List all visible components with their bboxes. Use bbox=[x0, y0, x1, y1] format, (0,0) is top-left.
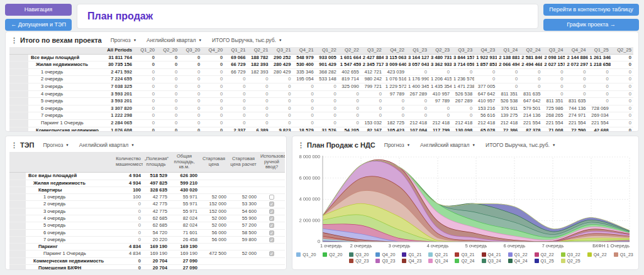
cell-value: 71 601 bbox=[169, 229, 199, 236]
project-chart-button[interactable]: График проекта → bbox=[543, 19, 639, 31]
legend-item[interactable]: Q2_22 bbox=[535, 252, 554, 257]
cell-value: 0 bbox=[270, 98, 292, 105]
legend-item[interactable]: Q1_23 bbox=[614, 252, 633, 257]
cell-value: 182 393 bbox=[247, 62, 270, 69]
legend-item[interactable]: Q2_20 bbox=[323, 252, 342, 257]
legend-item[interactable]: Q4_24 bbox=[508, 259, 528, 263]
legend-item[interactable]: Q3_23 bbox=[375, 259, 395, 263]
milestones-panel-header: ⋮ Итого по вехам проекта Прогноз▼Английс… bbox=[9, 35, 633, 46]
cell-value: 42 775 bbox=[143, 208, 169, 215]
assumptions-tep-button[interactable]: ← Допущения и ТЭП bbox=[5, 19, 72, 31]
drag-handle-icon[interactable]: ⋮ bbox=[9, 36, 20, 45]
legend-item[interactable]: Q3_24 bbox=[482, 259, 501, 263]
legend-item[interactable]: Q1_24 bbox=[428, 259, 448, 263]
cell-value: 267 289 bbox=[406, 90, 429, 98]
legend-swatch-icon bbox=[587, 252, 592, 257]
sales-area-chart[interactable] bbox=[296, 152, 633, 250]
legend-item[interactable]: Q1_25 bbox=[535, 259, 554, 263]
cell-value: 0 bbox=[202, 68, 225, 76]
navigation-button[interactable]: Навигация bbox=[5, 4, 72, 16]
legend-item[interactable]: Q3_20 bbox=[349, 252, 369, 257]
legend-item[interactable]: Q4_23 bbox=[402, 259, 421, 263]
cell-value: 1 435 354 bbox=[429, 83, 452, 90]
cell-value: 0 bbox=[519, 68, 542, 76]
filter-dropdown[interactable]: Прогноз▼ bbox=[43, 142, 69, 148]
drag-handle-icon[interactable]: ⋮ bbox=[296, 141, 307, 149]
manual-input-checkbox[interactable]: ✓ bbox=[269, 237, 274, 242]
legend-item[interactable]: Q2_25 bbox=[561, 259, 580, 263]
filter-dropdown[interactable]: Прогноз▼ bbox=[384, 142, 410, 148]
tep-panel: ⋮ ТЭП Прогноз▼Английский квартал▼ Количе… bbox=[5, 136, 287, 270]
cell-value: 377 005 bbox=[474, 83, 497, 90]
cell-value: 0 bbox=[519, 83, 542, 90]
cell-value: 410 957 bbox=[474, 98, 497, 105]
cell-value: 0 bbox=[565, 83, 587, 90]
row-label: 7 очередь bbox=[26, 236, 114, 243]
cell-value: 0 bbox=[474, 76, 497, 84]
cell-value: 0 bbox=[247, 83, 270, 90]
manual-input-checkbox[interactable]: ✓ bbox=[269, 209, 274, 214]
table-row: Все виды площадей31 811 764000069 066188… bbox=[9, 54, 633, 62]
chevron-down-icon: ▼ bbox=[407, 143, 410, 147]
legend-swatch-icon bbox=[482, 259, 486, 263]
cell-value: 0 bbox=[157, 127, 179, 132]
filter-dropdown[interactable]: Английский квартал▼ bbox=[147, 37, 202, 43]
context-table-button[interactable]: Перейти в контекстную таблицу bbox=[543, 4, 639, 16]
cell-value: 1 547 459 bbox=[338, 62, 361, 69]
cell-value: 65 078 bbox=[474, 127, 497, 132]
filter-dropdown[interactable]: ИТОГО Выручка, тыс.руб.▼ bbox=[486, 142, 555, 148]
cell-value: 0 bbox=[134, 127, 157, 132]
filter-dropdown[interactable]: Прогноз▼ bbox=[111, 37, 136, 43]
legend-item[interactable]: Q2_21 bbox=[428, 252, 448, 257]
row-label: 4 очередь bbox=[28, 90, 99, 98]
cell-value: 497 825 bbox=[143, 180, 169, 186]
cell-value: 0 bbox=[179, 54, 202, 62]
cell-value: 0 bbox=[270, 90, 292, 98]
legend-item[interactable]: Q2_23 bbox=[349, 259, 369, 263]
cell-value: 212 418 bbox=[406, 119, 429, 127]
manual-input-checkbox[interactable] bbox=[269, 195, 274, 200]
cell-value: 0 bbox=[293, 119, 316, 127]
row-label: 5 очередь bbox=[26, 222, 114, 229]
filter-dropdown[interactable]: ИТОГО Выручка, тыс.руб.▼ bbox=[212, 37, 282, 43]
left-button-group: Навигация ← Допущения и ТЭП bbox=[5, 4, 72, 29]
cell-value: 0 bbox=[565, 68, 587, 76]
manual-input-checkbox[interactable]: ✓ bbox=[269, 251, 274, 256]
cell-value: 0 bbox=[134, 62, 157, 69]
manual-input-checkbox[interactable]: ✓ bbox=[269, 216, 274, 221]
legend-item[interactable]: Q3_22 bbox=[561, 252, 580, 257]
cell-value: 1 222 298 bbox=[99, 112, 134, 120]
legend-item[interactable]: Q1_20 bbox=[296, 252, 316, 257]
legend-item[interactable]: Q3_21 bbox=[455, 252, 474, 257]
cell-value: 188 782 bbox=[247, 54, 270, 62]
cell-value: 423 039 bbox=[384, 68, 406, 76]
table-row: 5 очередь062 68582 02452 00057 200✓ bbox=[9, 222, 285, 229]
manual-input-checkbox[interactable]: ✓ bbox=[269, 230, 274, 235]
cell-value: 579 501 bbox=[519, 105, 542, 112]
legend-item[interactable]: Q1_21 bbox=[402, 252, 421, 257]
cell-value: 0 bbox=[542, 83, 565, 90]
legend-item[interactable]: Q1_22 bbox=[508, 252, 528, 257]
legend-item[interactable]: Q4_22 bbox=[587, 252, 607, 257]
cell-value: 182 725 bbox=[384, 119, 406, 127]
column-header: „Полезная‟ площадь bbox=[143, 152, 169, 173]
table-row: 4 очередь062 68582 02452 00055 900✓ bbox=[9, 215, 285, 222]
column-header: All Periods bbox=[99, 47, 134, 54]
cell-value: 1 236 576 bbox=[452, 76, 474, 84]
drag-handle-icon[interactable]: ⋮ bbox=[9, 141, 20, 149]
cell-value: 26 458 bbox=[169, 236, 199, 243]
cell-value: 376 911 bbox=[497, 105, 519, 112]
column-header: Q3_22 bbox=[361, 47, 384, 54]
cell-value: 0 bbox=[384, 112, 406, 120]
cell-value: 0 bbox=[293, 112, 316, 120]
cell-value: 105 423 bbox=[384, 127, 406, 132]
filter-dropdown[interactable]: Английский квартал▼ bbox=[79, 142, 135, 148]
legend-item[interactable]: Q4_20 bbox=[375, 252, 395, 257]
filter-dropdown[interactable]: Английский квартал▼ bbox=[420, 142, 475, 148]
manual-input-checkbox[interactable]: ✓ bbox=[269, 223, 274, 228]
manual-input-checkbox[interactable]: ✓ bbox=[269, 202, 274, 207]
cell-value: 2 072 297 bbox=[565, 62, 587, 69]
cell-value: 3 115 063 bbox=[384, 54, 406, 62]
legend-item[interactable]: Q2_24 bbox=[455, 259, 474, 263]
legend-item[interactable]: Q4_21 bbox=[482, 252, 501, 257]
